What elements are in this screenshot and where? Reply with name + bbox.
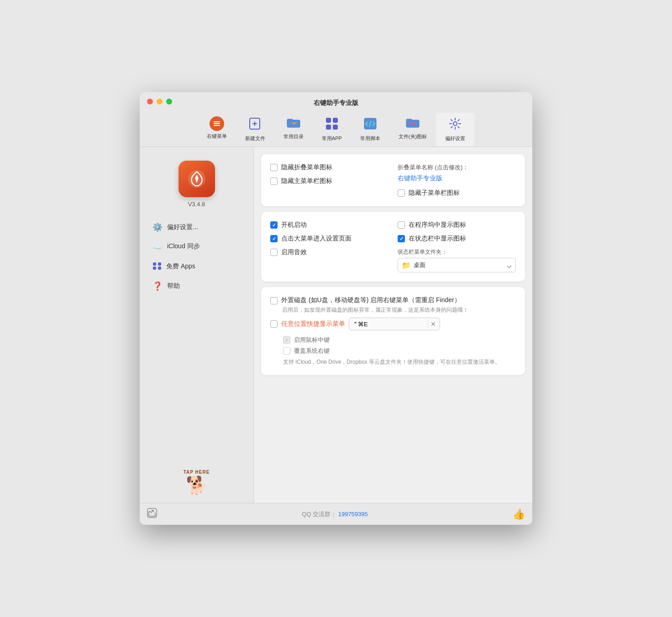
enable-sound-label: 启用音效 [281,248,307,256]
toolbar-item-common-app[interactable]: 常用APP [313,113,351,146]
click-menu-label: 点击大菜单进入设置页面 [281,235,352,243]
show-dock-label: 在程序坞中显示图标 [409,221,466,229]
toolbar-label-right-click-menu: 右键菜单 [207,133,227,140]
click-menu-option[interactable]: 点击大菜单进入设置页面 [270,235,388,243]
svg-point-12 [453,122,457,125]
enable-middle-click-checkbox[interactable] [283,336,290,344]
auto-launch-checkbox[interactable] [270,221,278,229]
app-icon-area: V3.4.8 [147,161,246,208]
show-statusbar-option[interactable]: 在状态栏中显示图标 [398,235,516,243]
svg-rect-0 [214,121,220,122]
toolbar-item-file-icon[interactable]: 文件(夹)图标 [389,113,436,146]
folder-icon: 📁 [402,261,411,270]
show-statusbar-checkbox[interactable] [398,235,405,242]
toolbar-label-new-file: 新建文件 [245,135,265,142]
folder-name: 桌面 [414,261,425,269]
hide-submenu-icon-checkbox[interactable] [398,189,405,197]
card-launch: 开机启动 点击大菜单进入设置页面 启用音效 [261,212,525,282]
hotkey-clear-button[interactable]: ✕ [428,320,436,328]
sidebar-label-icloud: iCloud 同步 [167,242,200,251]
toolbar-item-right-click-menu[interactable]: 右键菜单 [198,113,236,146]
titlebar: 右键助手专业版 右键菜单 [140,92,532,147]
toolbar-item-common-dir[interactable]: 常用目录 [274,113,313,146]
app-version: V3.4.8 [188,201,205,208]
icloud-icon: ☁️ [152,241,163,251]
qq-number[interactable]: 199759395 [338,511,368,518]
toolbar-label-common-dir: 常用目录 [284,133,304,140]
toolbar-item-common-script[interactable]: 常用脚本 [351,113,389,146]
sidebar-item-help[interactable]: ❓ 帮助 [147,277,246,295]
footer-center: QQ 交流群： 199759395 [157,510,513,518]
svg-rect-7 [333,118,338,123]
sidebar-item-free-apps[interactable]: 免费 Apps [147,257,246,276]
show-statusbar-label: 在状态栏中显示图标 [409,235,466,243]
override-right-click-row: 覆盖系统右键 [283,347,516,355]
click-menu-checkbox[interactable] [270,235,278,242]
enable-sound-option[interactable]: 启用音效 [270,248,388,256]
tap-here-character: 🐕 [184,476,210,494]
hide-fold-icon-checkbox[interactable] [270,164,278,171]
hide-mainbar-icon-label: 隐藏主菜单栏图标 [281,177,332,185]
like-icon[interactable]: 👍 [513,508,525,520]
show-dock-checkbox[interactable] [398,221,405,229]
status-folder-label: 状态栏菜单文件夹： [398,248,516,256]
toolbar-label-common-script: 常用脚本 [360,135,380,142]
fold-name-link[interactable]: 右键助手专业版 [398,174,516,183]
override-right-click-label: 覆盖系统右键 [294,347,330,355]
help-icon: ❓ [152,281,163,291]
auto-launch-option[interactable]: 开机启动 [270,221,388,229]
minimize-button[interactable] [157,99,163,105]
settings-icon [448,116,462,133]
tap-here-area[interactable]: TAP HERE 🐕 [184,470,210,494]
svg-rect-8 [326,125,331,130]
override-right-click-checkbox[interactable] [283,347,290,355]
hotkey-field[interactable]: ⌃⌘E ✕ [349,318,440,330]
toolbar-label-settings: 偏好设置 [445,135,465,142]
card-external: 外置磁盘 (如U盘，移动硬盘等) 启用右键菜单（需重启 Finder） 启用后，… [261,287,525,375]
window-controls [147,99,172,105]
status-folder-group: 状态栏菜单文件夹： 📁 桌面 ⌵ [398,248,516,272]
toolbar-item-new-file[interactable]: 新建文件 [236,113,274,146]
sidebar-label-free-apps: 免费 Apps [166,262,195,271]
toolbar-item-settings[interactable]: 偏好设置 [436,113,474,146]
share-icon[interactable] [147,508,157,520]
hide-fold-icon-option[interactable]: 隐藏折叠菜单图标 [270,163,388,172]
svg-rect-18 [158,267,161,270]
close-button[interactable] [147,99,153,105]
svg-point-14 [195,177,198,179]
content-area: 隐藏折叠菜单图标 隐藏主菜单栏图标 折叠菜单名称 (点击修改)： 右键助手专业版 [254,147,532,503]
quick-menu-label[interactable]: 任意位置快捷显示菜单 [281,320,345,328]
show-dock-option[interactable]: 在程序坞中显示图标 [398,221,516,229]
svg-rect-6 [326,118,331,123]
right-click-menu-icon [210,116,224,131]
file-icon-icon [405,116,420,131]
hide-mainbar-icon-checkbox[interactable] [270,178,278,185]
enable-sound-checkbox[interactable] [270,249,278,256]
enable-middle-click-row: 启用鼠标中键 [283,336,516,344]
card-fold-menu: 隐藏折叠菜单图标 隐藏主菜单栏图标 折叠菜单名称 (点击修改)： 右键助手专业版 [261,154,525,206]
sidebar-item-icloud[interactable]: ☁️ iCloud 同步 [147,238,246,255]
svg-rect-1 [214,123,220,124]
hide-mainbar-icon-option[interactable]: 隐藏主菜单栏图标 [270,177,388,185]
external-disk-option[interactable]: 外置磁盘 (如U盘，移动硬盘等) 启用右键菜单（需重启 Finder） [270,296,516,304]
qq-label: QQ 交流群： [302,511,336,518]
external-disk-label: 外置磁盘 (如U盘，移动硬盘等) 启用右键菜单（需重启 Finder） [281,296,461,304]
external-disk-checkbox[interactable] [270,297,278,304]
main-content: V3.4.8 ⚙️ 偏好设置... ☁️ iCloud 同步 [140,147,532,503]
sidebar-label-help: 帮助 [167,282,180,290]
card1-grid: 隐藏折叠菜单图标 隐藏主菜单栏图标 折叠菜单名称 (点击修改)： 右键助手专业版 [270,163,516,197]
quick-menu-checkbox[interactable] [270,320,278,328]
svg-rect-16 [158,262,161,266]
status-folder-select[interactable]: 📁 桌面 ⌵ [398,258,516,272]
sidebar-item-preferences[interactable]: ⚙️ 偏好设置... [147,219,246,236]
hide-submenu-icon-option[interactable]: 隐藏子菜单栏图标 [398,189,516,197]
svg-rect-17 [153,267,156,270]
sidebar-bottom: TAP HERE 🐕 [147,460,246,494]
tap-here-text: TAP HERE [184,470,210,475]
toolbar-label-common-app: 常用APP [322,135,342,142]
hotkey-value: ⌃⌘E [353,321,426,328]
maximize-button[interactable] [166,99,172,105]
sidebar: V3.4.8 ⚙️ 偏好设置... ☁️ iCloud 同步 [140,147,254,503]
common-script-icon [363,116,378,133]
card1-right: 折叠菜单名称 (点击修改)： 右键助手专业版 隐藏子菜单栏图标 [398,163,516,197]
